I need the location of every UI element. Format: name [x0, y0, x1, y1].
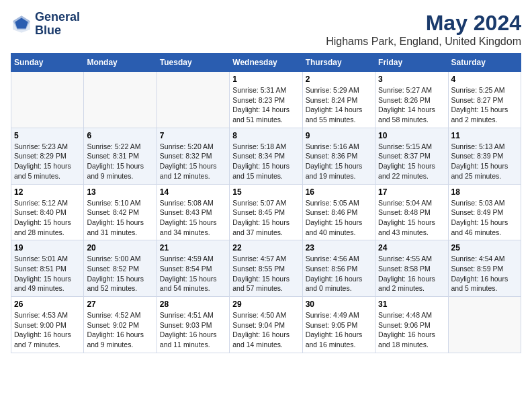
- calendar-cell: 29Sunrise: 4:50 AM Sunset: 9:04 PM Dayli…: [230, 297, 302, 353]
- calendar-cell: [157, 72, 229, 128]
- calendar-cell: 5Sunrise: 5:23 AM Sunset: 8:29 PM Daylig…: [11, 128, 84, 184]
- calendar-cell: 28Sunrise: 4:51 AM Sunset: 9:03 PM Dayli…: [157, 297, 229, 353]
- day-info: Sunrise: 4:50 AM Sunset: 9:04 PM Dayligh…: [232, 310, 299, 350]
- day-info: Sunrise: 4:53 AM Sunset: 9:00 PM Dayligh…: [14, 310, 81, 350]
- calendar-cell: 1Sunrise: 5:31 AM Sunset: 8:23 PM Daylig…: [230, 72, 302, 128]
- calendar-table: SundayMondayTuesdayWednesdayThursdayFrid…: [11, 53, 521, 353]
- day-info: Sunrise: 5:00 AM Sunset: 8:52 PM Dayligh…: [87, 254, 153, 293]
- header-monday: Monday: [84, 54, 157, 72]
- day-info: Sunrise: 5:07 AM Sunset: 8:45 PM Dayligh…: [232, 198, 299, 238]
- day-number: 23: [306, 243, 372, 253]
- day-number: 21: [160, 243, 226, 253]
- day-info: Sunrise: 4:59 AM Sunset: 8:54 PM Dayligh…: [160, 254, 226, 293]
- calendar-cell: 17Sunrise: 5:04 AM Sunset: 8:48 PM Dayli…: [375, 184, 448, 240]
- subtitle: Highams Park, England, United Kingdom: [326, 36, 521, 48]
- calendar-header-row: SundayMondayTuesdayWednesdayThursdayFrid…: [11, 54, 521, 72]
- day-number: 30: [306, 300, 372, 309]
- day-number: 17: [378, 187, 445, 197]
- logo-text: General Blue: [35, 11, 80, 38]
- day-info: Sunrise: 5:18 AM Sunset: 8:34 PM Dayligh…: [232, 142, 299, 181]
- day-info: Sunrise: 4:48 AM Sunset: 9:06 PM Dayligh…: [378, 310, 445, 350]
- calendar-cell: 3Sunrise: 5:27 AM Sunset: 8:26 PM Daylig…: [375, 72, 448, 128]
- calendar-cell: 14Sunrise: 5:08 AM Sunset: 8:43 PM Dayli…: [157, 184, 229, 240]
- day-info: Sunrise: 5:16 AM Sunset: 8:36 PM Dayligh…: [306, 142, 372, 181]
- week-row-4: 19Sunrise: 5:01 AM Sunset: 8:51 PM Dayli…: [11, 240, 521, 297]
- calendar-cell: 6Sunrise: 5:22 AM Sunset: 8:31 PM Daylig…: [84, 128, 157, 184]
- day-number: 29: [232, 300, 299, 309]
- main-title: May 2024: [326, 11, 521, 36]
- calendar-cell: 30Sunrise: 4:49 AM Sunset: 9:05 PM Dayli…: [302, 297, 375, 353]
- day-info: Sunrise: 4:54 AM Sunset: 8:59 PM Dayligh…: [451, 254, 518, 293]
- day-number: 26: [14, 300, 81, 309]
- day-info: Sunrise: 5:23 AM Sunset: 8:29 PM Dayligh…: [14, 142, 81, 181]
- calendar-cell: 25Sunrise: 4:54 AM Sunset: 8:59 PM Dayli…: [448, 240, 521, 297]
- calendar-cell: 26Sunrise: 4:53 AM Sunset: 9:00 PM Dayli…: [11, 297, 84, 353]
- calendar-cell: 27Sunrise: 4:52 AM Sunset: 9:02 PM Dayli…: [84, 297, 157, 353]
- calendar-cell: 11Sunrise: 5:13 AM Sunset: 8:39 PM Dayli…: [448, 128, 521, 184]
- day-number: 31: [378, 300, 445, 309]
- calendar-cell: 19Sunrise: 5:01 AM Sunset: 8:51 PM Dayli…: [11, 240, 84, 297]
- header-saturday: Saturday: [448, 54, 521, 72]
- calendar-cell: 2Sunrise: 5:29 AM Sunset: 8:24 PM Daylig…: [302, 72, 375, 128]
- day-info: Sunrise: 5:27 AM Sunset: 8:26 PM Dayligh…: [378, 85, 445, 125]
- header-tuesday: Tuesday: [157, 54, 229, 72]
- day-number: 4: [451, 75, 518, 84]
- day-number: 8: [232, 131, 299, 140]
- calendar-cell: 13Sunrise: 5:10 AM Sunset: 8:42 PM Dayli…: [84, 184, 157, 240]
- day-number: 13: [87, 187, 153, 197]
- day-number: 9: [306, 131, 372, 140]
- calendar-cell: [84, 72, 157, 128]
- day-info: Sunrise: 4:56 AM Sunset: 8:56 PM Dayligh…: [306, 254, 372, 293]
- day-info: Sunrise: 5:05 AM Sunset: 8:46 PM Dayligh…: [306, 198, 372, 238]
- day-number: 11: [451, 131, 518, 140]
- calendar-cell: 12Sunrise: 5:12 AM Sunset: 8:40 PM Dayli…: [11, 184, 84, 240]
- title-block: May 2024 Highams Park, England, United K…: [326, 11, 521, 48]
- day-number: 10: [378, 131, 445, 140]
- day-number: 2: [306, 75, 372, 84]
- calendar-cell: 7Sunrise: 5:20 AM Sunset: 8:32 PM Daylig…: [157, 128, 229, 184]
- day-number: 22: [232, 243, 299, 253]
- day-info: Sunrise: 5:20 AM Sunset: 8:32 PM Dayligh…: [160, 142, 226, 181]
- week-row-2: 5Sunrise: 5:23 AM Sunset: 8:29 PM Daylig…: [11, 128, 521, 184]
- calendar-cell: 31Sunrise: 4:48 AM Sunset: 9:06 PM Dayli…: [375, 297, 448, 353]
- calendar-cell: 4Sunrise: 5:25 AM Sunset: 8:27 PM Daylig…: [448, 72, 521, 128]
- day-info: Sunrise: 5:08 AM Sunset: 8:43 PM Dayligh…: [160, 198, 226, 238]
- day-info: Sunrise: 4:55 AM Sunset: 8:58 PM Dayligh…: [378, 254, 445, 293]
- day-info: Sunrise: 5:01 AM Sunset: 8:51 PM Dayligh…: [14, 254, 81, 293]
- day-number: 28: [160, 300, 226, 309]
- day-info: Sunrise: 5:15 AM Sunset: 8:37 PM Dayligh…: [378, 142, 445, 181]
- day-number: 1: [232, 75, 299, 84]
- day-number: 15: [232, 187, 299, 197]
- week-row-5: 26Sunrise: 4:53 AM Sunset: 9:00 PM Dayli…: [11, 297, 521, 353]
- calendar-cell: 8Sunrise: 5:18 AM Sunset: 8:34 PM Daylig…: [230, 128, 302, 184]
- day-number: 18: [451, 187, 518, 197]
- day-info: Sunrise: 5:31 AM Sunset: 8:23 PM Dayligh…: [232, 85, 299, 125]
- calendar-cell: 15Sunrise: 5:07 AM Sunset: 8:45 PM Dayli…: [230, 184, 302, 240]
- day-info: Sunrise: 4:51 AM Sunset: 9:03 PM Dayligh…: [160, 310, 226, 350]
- day-info: Sunrise: 5:29 AM Sunset: 8:24 PM Dayligh…: [306, 85, 372, 125]
- day-number: 12: [14, 187, 81, 197]
- calendar-cell: 22Sunrise: 4:57 AM Sunset: 8:55 PM Dayli…: [230, 240, 302, 297]
- calendar-cell: 10Sunrise: 5:15 AM Sunset: 8:37 PM Dayli…: [375, 128, 448, 184]
- calendar-cell: 18Sunrise: 5:03 AM Sunset: 8:49 PM Dayli…: [448, 184, 521, 240]
- day-number: 6: [87, 131, 153, 140]
- day-number: 7: [160, 131, 226, 140]
- calendar-cell: 9Sunrise: 5:16 AM Sunset: 8:36 PM Daylig…: [302, 128, 375, 184]
- day-info: Sunrise: 5:25 AM Sunset: 8:27 PM Dayligh…: [451, 85, 518, 125]
- day-info: Sunrise: 5:04 AM Sunset: 8:48 PM Dayligh…: [378, 198, 445, 238]
- day-info: Sunrise: 4:49 AM Sunset: 9:05 PM Dayligh…: [306, 310, 372, 350]
- logo-icon: [11, 13, 32, 35]
- logo: General Blue: [11, 11, 80, 38]
- calendar-cell: [448, 297, 521, 353]
- day-number: 20: [87, 243, 153, 253]
- day-info: Sunrise: 5:13 AM Sunset: 8:39 PM Dayligh…: [451, 142, 518, 181]
- calendar-cell: 24Sunrise: 4:55 AM Sunset: 8:58 PM Dayli…: [375, 240, 448, 297]
- calendar-cell: 16Sunrise: 5:05 AM Sunset: 8:46 PM Dayli…: [302, 184, 375, 240]
- calendar-cell: 21Sunrise: 4:59 AM Sunset: 8:54 PM Dayli…: [157, 240, 229, 297]
- day-number: 3: [378, 75, 445, 84]
- header-sunday: Sunday: [11, 54, 84, 72]
- day-info: Sunrise: 4:57 AM Sunset: 8:55 PM Dayligh…: [232, 254, 299, 293]
- day-info: Sunrise: 5:12 AM Sunset: 8:40 PM Dayligh…: [14, 198, 81, 238]
- header-thursday: Thursday: [302, 54, 375, 72]
- day-number: 24: [378, 243, 445, 253]
